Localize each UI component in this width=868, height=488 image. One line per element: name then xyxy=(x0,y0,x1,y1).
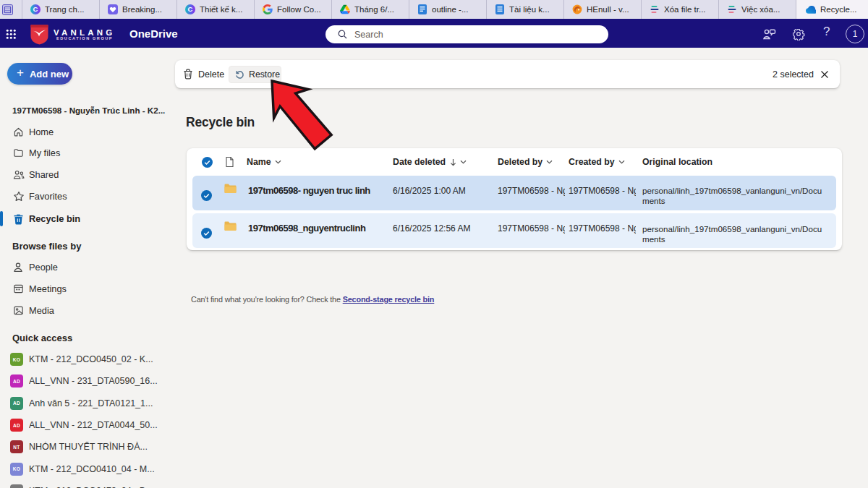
svg-text:C: C xyxy=(188,5,193,13)
svg-text:C: C xyxy=(33,5,38,13)
